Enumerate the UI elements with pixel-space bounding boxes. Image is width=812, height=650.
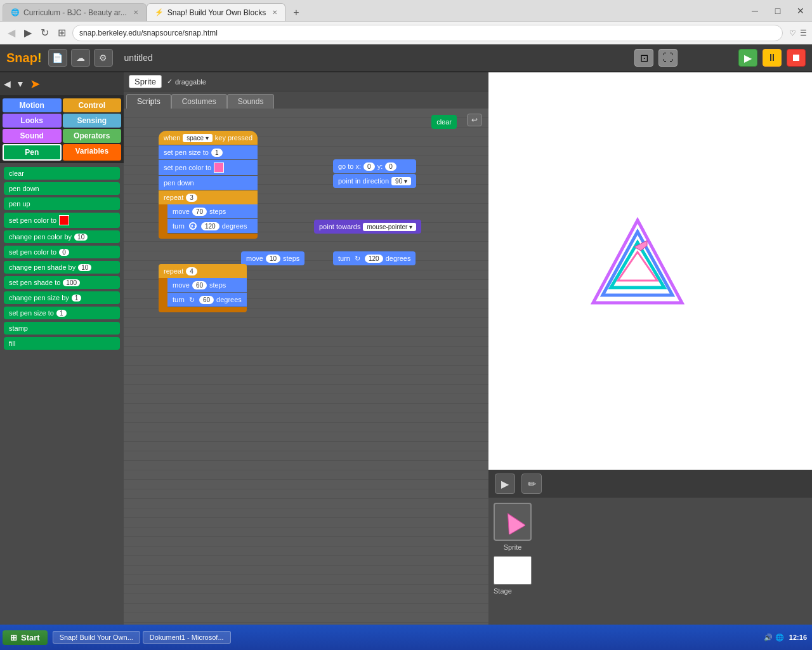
towards-dropdown[interactable]: mouse-pointer ▾ [363,223,416,231]
category-looks[interactable]: Looks [3,114,62,128]
block-pen-up[interactable]: pen up [4,197,120,210]
turn-120-block[interactable]: turn ↻ 120 degrees [167,219,258,233]
turn-60-block[interactable]: turn ↻ 60 degrees [167,293,247,307]
arrow-control-button[interactable]: ▶ [495,474,515,494]
settings-icon[interactable]: ⚙ [94,49,113,67]
close-button[interactable]: ✕ [789,0,812,22]
pause-button[interactable]: ⏸ [763,49,782,67]
category-operators[interactable]: Operators [63,129,122,143]
move-10-value[interactable]: 10 [266,255,280,263]
clear-block[interactable]: clear [431,115,457,129]
goto-x-value[interactable]: 0 [363,162,375,171]
move-70-value[interactable]: 70 [192,208,207,216]
pen-down-block[interactable]: pen down [159,176,258,190]
move-70-block[interactable]: move 70 steps [167,204,258,218]
tab-1-close[interactable]: ✕ [133,9,138,16]
sprite-thumb-1[interactable]: Sprite [494,503,532,551]
address-bar[interactable]: snap.berkeley.edu/snapsource/snap.html [72,25,783,41]
goto-y-value[interactable]: 0 [385,162,396,171]
block-pen-down[interactable]: pen down [4,182,120,195]
turn-120-standalone[interactable]: turn ↻ 120 degrees [333,251,416,265]
repeat-3-value[interactable]: 3 [186,194,197,202]
back-button[interactable]: ◀ [5,25,18,40]
taskbar-item-2[interactable]: Dokument1 - Microsof... [143,631,231,644]
file-icon[interactable]: 📄 [48,49,67,67]
taskbar-item-1[interactable]: Snap! Build Your Own... [53,631,140,644]
block-change-pen-size-by[interactable]: change pen size by 1 [4,291,120,304]
pen-size-input[interactable]: 1 [211,149,223,157]
start-button[interactable]: ⊞ Start [3,630,48,645]
forward-button[interactable]: ▶ [22,25,34,40]
refresh-button[interactable]: ↻ [38,25,51,40]
block-change-pen-color-by[interactable]: change pen color by 10 [4,230,120,243]
category-sound[interactable]: Sound [3,129,62,143]
key-dropdown[interactable]: space ▾ [183,134,212,142]
script-group-2: go to x: 0 y: 0 point in direction 90 ▾ [333,159,416,189]
move-60-block[interactable]: move 60 steps [167,278,247,292]
go-to-block[interactable]: go to x: 0 y: 0 [333,159,416,173]
home-button[interactable]: ⊞ [55,25,69,40]
block-set-pen-color-to2[interactable]: set pen color to 0 [4,246,120,258]
block-set-pen-size-to[interactable]: set pen size to 1 [4,307,120,319]
scripts-area[interactable]: ↩ clear when space ▾ key pressed [124,109,488,625]
move-60-value[interactable]: 60 [192,281,207,289]
set-pen-size-block[interactable]: set pen size to 1 [159,145,258,159]
taskbar: ⊞ Start Snap! Build Your Own... Dokument… [0,625,812,650]
repeat-4-value[interactable]: 4 [186,267,197,275]
taskbar-item-1-label: Snap! Build Your Own... [60,633,133,641]
block-set-pen-color-to[interactable]: set pen color to [4,213,120,228]
hat-block[interactable]: when space ▾ key pressed [159,131,258,145]
block-stamp[interactable]: stamp [4,322,120,335]
turn-120-value[interactable]: 120 [201,222,219,230]
browser: 🌐 Curriculum - BJC - Beauty ar... ✕ ⚡ Sn… [0,0,812,625]
pen-shade-to-value: 100 [63,279,80,286]
new-tab-button[interactable]: + [288,4,304,21]
category-sensing[interactable]: Sensing [63,114,122,128]
point-towards-block[interactable]: point towards mouse-pointer ▾ [314,220,421,234]
repeat-4-header[interactable]: repeat 4 [159,264,247,278]
tab-costumes[interactable]: Costumes [171,94,227,109]
run-button[interactable]: ▶ [738,49,757,67]
tab-2-label: Snap! Build Your Own Blocks [167,8,266,17]
set-pen-color-block[interactable]: set pen color to [159,160,258,175]
category-variables[interactable]: Variables [63,144,122,161]
fit-screen-button[interactable]: ⊡ [634,49,653,67]
stop-button[interactable]: ⏹ [787,49,806,67]
turn-60-value[interactable]: 60 [199,296,214,304]
point-in-direction-block[interactable]: point in direction 90 ▾ [333,174,416,188]
degrees-60-label: degrees [216,296,242,303]
tab-1[interactable]: 🌐 Curriculum - BJC - Beauty ar... ✕ [3,3,147,21]
direction-dropdown[interactable]: 90 ▾ [391,177,411,185]
block-clear[interactable]: clear [4,167,120,180]
maximize-button[interactable]: □ [766,0,789,22]
cloud-icon[interactable]: ☁ [71,49,90,67]
snap-topbar: Snap! 📄 ☁ ⚙ untitled ⊡ ⛶ ▶ ⏸ ⏹ [0,44,812,72]
block-fill[interactable]: fill [4,337,120,350]
sprite-right-arrow[interactable]: ▼ [16,79,25,89]
tab-2-close[interactable]: ✕ [272,9,277,16]
set-pen-color-label: set pen color to [164,164,211,171]
sprite-draggable-checkbox[interactable]: ✓ draggable [167,77,206,86]
minimize-button[interactable]: ─ [743,0,766,22]
fullscreen-button[interactable]: ⛶ [658,49,678,67]
sprite-thumb-box-1 [494,503,532,541]
clear-floating-block[interactable]: clear [431,115,457,129]
category-pen[interactable]: Pen [3,144,62,161]
block-change-pen-shade-by[interactable]: change pen shade by 10 [4,261,120,274]
repeat-3-header[interactable]: repeat 3 [159,190,258,204]
undo-button[interactable]: ↩ [467,114,482,126]
bookmark-icon[interactable]: ♡ [789,29,796,37]
turn-120-val2[interactable]: 120 [365,255,383,263]
paint-control-button[interactable]: ✏ [521,474,542,494]
block-set-pen-shade-to[interactable]: set pen shade to 100 [4,276,120,289]
move-10-block[interactable]: move 10 steps [241,251,304,265]
sprite-left-arrow[interactable]: ◀ [4,79,11,89]
stage-thumb-box[interactable] [494,556,532,585]
sprite-name-box[interactable]: Sprite [129,75,162,88]
category-motion[interactable]: Motion [3,98,62,112]
tab-2[interactable]: ⚡ Snap! Build Your Own Blocks ✕ [147,3,285,21]
tab-scripts[interactable]: Scripts [126,94,171,109]
menu-icon[interactable]: ☰ [800,29,807,37]
tab-sounds[interactable]: Sounds [227,94,275,109]
category-control[interactable]: Control [63,98,122,112]
